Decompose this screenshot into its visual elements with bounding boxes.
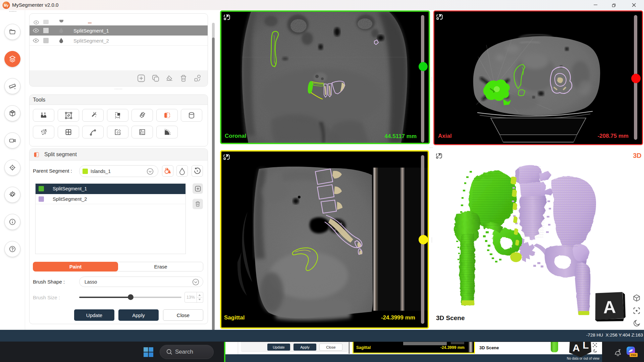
svg-text:A: A	[603, 297, 616, 317]
svg-text:My: My	[4, 4, 9, 7]
svg-text:L: L	[583, 342, 589, 351]
svg-text:A: A	[573, 342, 580, 353]
